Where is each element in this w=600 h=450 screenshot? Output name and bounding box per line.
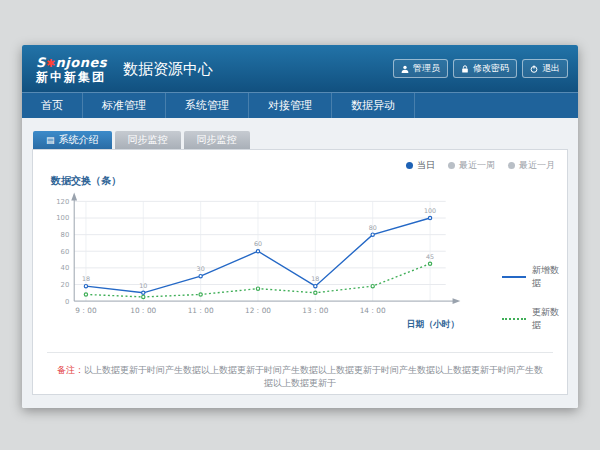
svg-text:20: 20 — [61, 281, 70, 289]
svg-text:40: 40 — [61, 264, 70, 272]
tab-sync-monitor-1[interactable]: 同步监控 — [115, 131, 181, 149]
footnote-text: 以上数据更新于时间产生数据以上数据更新于时间产生数据以上数据更新于时间产生数据以… — [84, 365, 543, 388]
svg-text:60: 60 — [61, 248, 70, 256]
series-legend: 新增数据 更新数据 — [502, 264, 567, 348]
tab-sync-monitor-2-label: 同步监控 — [197, 133, 237, 147]
svg-text:80: 80 — [369, 224, 377, 231]
svg-text:18: 18 — [311, 275, 319, 282]
new-data-line-sample — [502, 276, 525, 278]
nav-item-data-change[interactable]: 数据异动 — [332, 93, 415, 118]
company-logo: S✱njones 新中新集团 — [36, 53, 107, 84]
svg-text:0: 0 — [65, 298, 69, 306]
tab-system-intro-label: 系统介绍 — [59, 133, 99, 147]
lock-icon — [461, 65, 469, 73]
change-password-button[interactable]: 修改密码 — [453, 59, 517, 78]
svg-text:18: 18 — [82, 275, 90, 282]
main-nav: 首页 标准管理 系统管理 对接管理 数据异动 — [22, 92, 578, 118]
svg-text:45: 45 — [426, 253, 434, 260]
updated-data-line-sample — [502, 318, 525, 320]
series-legend-new-data[interactable]: 新增数据 — [502, 264, 567, 290]
svg-text:60: 60 — [254, 240, 262, 247]
updated-data-label: 更新数据 — [532, 306, 567, 332]
legend-last-month[interactable]: 最近一月 — [508, 159, 555, 172]
logout-button[interactable]: 退出 — [522, 59, 568, 78]
svg-text:10: 10 — [139, 282, 147, 289]
footnote: 备注：以上数据更新于时间产生数据以上数据更新于时间产生数据以上数据更新于时间产生… — [33, 364, 567, 390]
nav-item-standard-mgmt[interactable]: 标准管理 — [83, 93, 166, 118]
logo-star-icon: ✱ — [46, 57, 56, 70]
svg-text:100: 100 — [424, 207, 436, 214]
svg-text:9：00: 9：00 — [75, 306, 97, 315]
chart-panel: 当日 最近一周 最近一月 数据交换（条） 0204060801001209：00… — [32, 149, 568, 395]
new-data-label: 新增数据 — [532, 264, 567, 290]
footnote-label: 备注： — [57, 365, 84, 375]
logo-company-name: 新中新集团 — [36, 71, 107, 84]
svg-text:10：00: 10：00 — [130, 306, 156, 315]
app-window: S✱njones 新中新集团 数据资源中心 管理员 修改密码 退出 首页 标准管… — [22, 45, 578, 408]
nav-item-home[interactable]: 首页 — [22, 93, 83, 118]
svg-text:30: 30 — [197, 265, 205, 272]
y-axis-title: 数据交换（条） — [51, 174, 567, 188]
chart-row: 0204060801001209：0010：0011：0012：0013：001… — [33, 188, 567, 348]
nav-item-connection-mgmt[interactable]: 对接管理 — [249, 93, 332, 118]
tab-system-intro[interactable]: ▤ 系统介绍 — [33, 131, 112, 149]
legend-last-month-dot — [508, 162, 515, 169]
legend-last-week-label: 最近一周 — [459, 159, 495, 172]
svg-text:11：00: 11：00 — [188, 306, 214, 315]
svg-text:14：00: 14：00 — [360, 306, 386, 315]
nav-item-system-mgmt[interactable]: 系统管理 — [166, 93, 249, 118]
page-title: 数据资源中心 — [123, 60, 213, 79]
logout-label: 退出 — [542, 62, 560, 75]
legend-today-label: 当日 — [417, 159, 435, 172]
tab-bar: ▤ 系统介绍 同步监控 同步监控 — [33, 131, 568, 149]
grid-icon: ▤ — [46, 135, 55, 145]
header-actions: 管理员 修改密码 退出 — [393, 59, 568, 78]
svg-text:120: 120 — [56, 198, 69, 206]
panel-divider — [47, 352, 553, 353]
period-legend: 当日 最近一周 最近一月 — [406, 159, 555, 172]
legend-today[interactable]: 当日 — [406, 159, 435, 172]
admin-user-button[interactable]: 管理员 — [393, 59, 448, 78]
tab-sync-monitor-2[interactable]: 同步监控 — [184, 131, 250, 149]
app-header: S✱njones 新中新集团 数据资源中心 管理员 修改密码 退出 — [22, 45, 578, 92]
line-chart: 0204060801001209：0010：0011：0012：0013：001… — [39, 188, 498, 336]
svg-text:12：00: 12：00 — [245, 306, 271, 315]
power-icon — [530, 65, 538, 73]
legend-last-month-label: 最近一月 — [519, 159, 555, 172]
change-password-label: 修改密码 — [473, 62, 509, 75]
svg-text:80: 80 — [61, 231, 70, 239]
legend-last-week[interactable]: 最近一周 — [448, 159, 495, 172]
admin-user-label: 管理员 — [413, 62, 440, 75]
logo-brand: S✱njones — [36, 53, 107, 71]
legend-today-dot — [406, 162, 413, 169]
user-icon — [401, 65, 409, 73]
series-legend-updated-data[interactable]: 更新数据 — [502, 306, 567, 332]
svg-text:日期（小时）: 日期（小时） — [407, 319, 460, 329]
tab-sync-monitor-1-label: 同步监控 — [128, 133, 168, 147]
legend-last-week-dot — [448, 162, 455, 169]
content-area: ▤ 系统介绍 同步监控 同步监控 当日 最近一周 — [22, 118, 578, 408]
svg-text:13：00: 13：00 — [302, 306, 328, 315]
svg-text:100: 100 — [56, 214, 69, 222]
